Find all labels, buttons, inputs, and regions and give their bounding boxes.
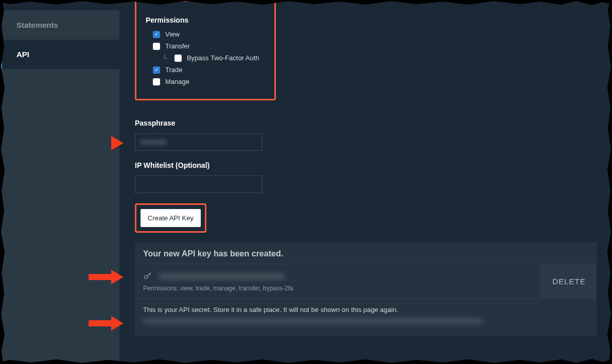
permissions-summary: Permissions: view, trade, manage, transf… — [143, 285, 588, 292]
sidebar-item-label: Statements — [16, 21, 58, 29]
sidebar-item-api[interactable]: API — [0, 40, 119, 69]
passphrase-value: ••••••••••• — [141, 138, 166, 146]
checkbox-transfer[interactable] — [153, 43, 160, 50]
api-key-meta: Permissions: view, trade, manage, transf… — [135, 285, 597, 298]
delete-button[interactable]: DELETE — [541, 264, 597, 298]
permission-label: Trade — [165, 66, 182, 74]
permission-trade[interactable]: ✓ Trade — [153, 66, 265, 74]
permissions-list: ✓ View Transfer └ Bypass Two-Factor Auth… — [146, 30, 265, 85]
ip-whitelist-label: IP Whitelist (Optional) — [135, 161, 597, 169]
sidebar-item-statements[interactable]: Statements — [0, 10, 119, 40]
permission-label: Manage — [165, 78, 189, 85]
checkbox-manage[interactable] — [153, 78, 160, 85]
checkbox-view[interactable]: ✓ — [153, 31, 160, 38]
api-secret-value: xxxxxxxxxxxxxxxxxxxxxxxxxxxxxxxxxxxxxxxx… — [143, 317, 483, 324]
api-key-value: xxxxxxxxxxxxxxxxxxxxxxxxxxxxxxxxxxx — [159, 272, 588, 280]
permission-label: Bypass Two-Factor Auth — [187, 54, 259, 62]
sidebar-header — [0, 0, 119, 10]
passphrase-label: Passphrase — [135, 119, 597, 127]
sidebar-item-label: API — [16, 50, 29, 59]
result-title: Your new API key has been created. — [135, 242, 597, 264]
permission-label: View — [165, 30, 180, 38]
sidebar: Statements API — [0, 0, 119, 364]
svg-point-0 — [145, 275, 148, 279]
key-icon — [143, 271, 152, 281]
tree-connector-icon: └ — [162, 55, 167, 62]
permissions-section-highlight: Permissions ✓ View Transfer └ Bypass Two… — [135, 0, 276, 100]
api-key-result-panel: Your new API key has been created. xxxxx… — [135, 242, 597, 336]
permission-label: Transfer — [165, 42, 190, 50]
api-secret-notice: This is your API secret. Store it in a s… — [143, 306, 588, 314]
permission-bypass-2fa[interactable]: └ Bypass Two-Factor Auth — [162, 54, 265, 62]
checkbox-trade[interactable]: ✓ — [153, 66, 160, 74]
create-api-key-button[interactable]: Create API Key — [141, 209, 201, 227]
permission-transfer[interactable]: Transfer — [153, 42, 265, 50]
ip-whitelist-group: IP Whitelist (Optional) — [135, 161, 597, 193]
main-content: Permissions ✓ View Transfer └ Bypass Two… — [119, 0, 612, 364]
passphrase-input[interactable]: ••••••••••• — [135, 133, 263, 151]
api-secret-block: This is your API secret. Store it in a s… — [135, 298, 597, 336]
create-button-highlight: Create API Key — [135, 203, 206, 233]
api-key-row: xxxxxxxxxxxxxxxxxxxxxxxxxxxxxxxxxxx — [135, 264, 597, 285]
ip-whitelist-input[interactable] — [135, 176, 263, 193]
checkbox-bypass-2fa[interactable] — [174, 55, 182, 62]
permission-view[interactable]: ✓ View — [153, 30, 265, 38]
permission-manage[interactable]: Manage — [153, 78, 265, 85]
permissions-title: Permissions — [146, 16, 265, 24]
passphrase-group: Passphrase ••••••••••• — [135, 119, 597, 151]
